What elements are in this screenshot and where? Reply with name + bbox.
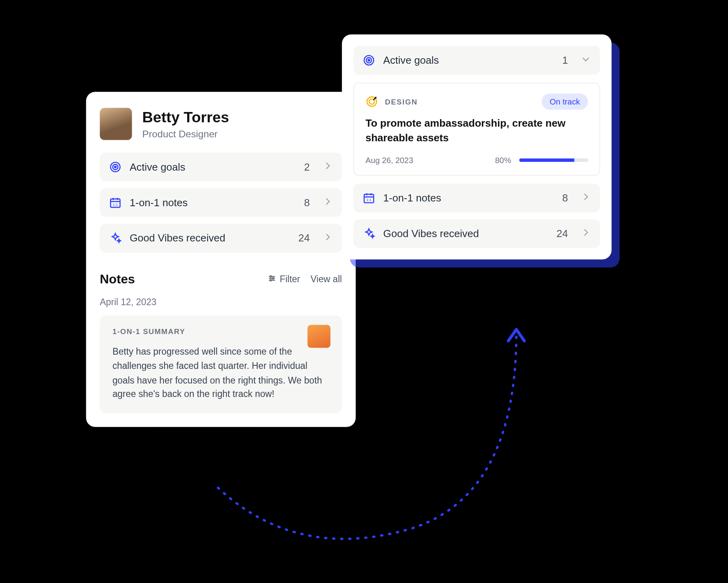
goal-title: To promote ambassadorship, create new sh… xyxy=(366,116,588,145)
profile-role: Product Designer xyxy=(142,128,229,140)
chevron-right-icon xyxy=(322,196,333,209)
goal-footer: Aug 26, 2023 80% xyxy=(366,156,588,165)
progress-bar xyxy=(519,159,588,162)
stat-label: Active goals xyxy=(130,161,296,173)
viewall-button[interactable]: View all xyxy=(311,274,342,285)
calendar-icon: 1:1 xyxy=(362,192,375,205)
sparkles-icon xyxy=(109,232,122,245)
calendar-icon: 1:1 xyxy=(109,196,122,209)
goals-header[interactable]: Active goals 1 xyxy=(353,46,600,75)
stat-label: Good Vibes received xyxy=(130,232,290,244)
profile-name: Betty Torres xyxy=(142,108,229,126)
stat-active-goals[interactable]: Active goals 2 xyxy=(100,153,342,182)
notes-header: Notes Filter View all xyxy=(100,272,342,287)
goal-percent: 80% xyxy=(495,156,511,165)
chevron-right-icon xyxy=(322,232,333,245)
notes-title: Notes xyxy=(100,272,257,287)
note-card[interactable]: 1-ON-1 SUMMARY Betty has progressed well… xyxy=(100,316,342,414)
status-badge: On track xyxy=(542,93,588,110)
avatar xyxy=(100,108,132,140)
profile-header: Betty Torres Product Designer xyxy=(100,108,342,140)
stat-one-on-one[interactable]: 1:1 1-on-1 notes 8 xyxy=(100,188,342,217)
chevron-down-icon xyxy=(580,54,591,66)
stat-count: 24 xyxy=(556,228,568,239)
stat-one-on-one[interactable]: 1:1 1-on-1 notes 8 xyxy=(353,184,600,213)
profile-card: Betty Torres Product Designer Active goa… xyxy=(86,92,356,427)
stat-good-vibes[interactable]: Good Vibes received 24 xyxy=(353,219,600,248)
svg-point-11 xyxy=(270,275,271,277)
profile-meta: Betty Torres Product Designer xyxy=(142,108,229,140)
stat-good-vibes[interactable]: Good Vibes received 24 xyxy=(100,224,342,253)
svg-point-16 xyxy=(368,59,370,61)
goals-header-count: 1 xyxy=(562,54,568,66)
svg-text:1:1: 1:1 xyxy=(113,203,118,207)
stat-count: 8 xyxy=(562,192,568,204)
svg-point-13 xyxy=(270,279,271,281)
filter-button[interactable]: Filter xyxy=(267,274,300,285)
target-icon xyxy=(366,95,378,108)
chevron-right-icon xyxy=(322,161,333,173)
chevron-right-icon xyxy=(580,192,591,205)
svg-text:1:1: 1:1 xyxy=(366,198,372,202)
viewall-label: View all xyxy=(311,274,342,285)
stat-count: 8 xyxy=(304,197,310,209)
svg-point-2 xyxy=(114,166,116,168)
goal-card[interactable]: DESIGN On track To promote ambassadorshi… xyxy=(353,83,600,176)
sparkles-icon xyxy=(362,228,375,240)
stat-label: Good Vibes received xyxy=(383,228,549,239)
goals-card: Active goals 1 DESIGN On track To promot… xyxy=(342,34,612,260)
goal-category: DESIGN xyxy=(385,97,535,106)
target-icon xyxy=(109,161,122,173)
stat-label: 1-on-1 notes xyxy=(383,192,554,204)
target-icon xyxy=(362,54,375,66)
goal-top: DESIGN On track xyxy=(366,93,588,110)
filter-label: Filter xyxy=(280,274,300,285)
goal-date: Aug 26, 2023 xyxy=(366,156,487,165)
filter-icon xyxy=(267,274,276,285)
note-date: April 12, 2023 xyxy=(100,297,342,308)
avatar xyxy=(307,325,330,348)
stat-label: 1-on-1 notes xyxy=(130,197,296,209)
stat-count: 2 xyxy=(304,161,310,173)
svg-point-12 xyxy=(272,277,274,279)
chevron-right-icon xyxy=(580,228,591,240)
note-text: Betty has progressed well since some of … xyxy=(112,345,329,402)
stat-count: 24 xyxy=(298,232,310,244)
note-category: 1-ON-1 SUMMARY xyxy=(112,327,329,336)
goals-header-label: Active goals xyxy=(383,54,554,66)
progress-fill xyxy=(519,159,574,162)
